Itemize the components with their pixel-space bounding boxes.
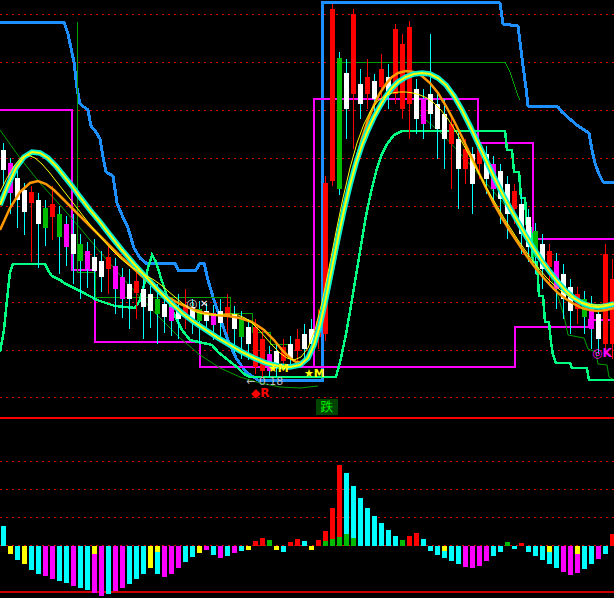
histogram-bar	[463, 546, 468, 567]
candle-body	[127, 284, 132, 299]
histogram-bar-base	[575, 546, 580, 554]
histogram-bar	[379, 523, 384, 546]
histogram-bar	[218, 546, 223, 558]
histogram-bar	[239, 546, 244, 551]
histogram-bar	[225, 546, 230, 556]
candle-body	[36, 200, 41, 224]
histogram-bar-base	[155, 546, 160, 552]
candle-body	[379, 69, 384, 87]
histogram-bar	[22, 546, 27, 564]
histogram-bar	[435, 546, 440, 555]
candle-body	[428, 94, 433, 114]
histogram-bar	[253, 541, 258, 546]
histogram-bar	[589, 546, 594, 564]
histogram-bar	[316, 540, 321, 546]
circle-k-signal: ◎K	[592, 346, 612, 360]
histogram-bar-base	[323, 541, 328, 546]
histogram-bar-base	[547, 546, 552, 552]
candle-body	[78, 244, 83, 261]
histogram-bar	[512, 546, 517, 549]
candle-body	[113, 266, 118, 289]
candle-body	[260, 339, 265, 371]
diamond-r-signal: ◆R	[251, 386, 269, 400]
histogram-bar	[505, 542, 510, 546]
histogram-bar	[561, 546, 566, 572]
histogram-bar	[309, 546, 314, 550]
histogram-bar	[449, 546, 454, 561]
candle-body	[358, 84, 363, 104]
candle-body	[64, 224, 69, 247]
candle-body	[1, 150, 6, 170]
candle-body	[337, 58, 342, 189]
histogram-bar	[36, 546, 41, 574]
candle-body	[155, 299, 160, 314]
candle-body	[456, 139, 461, 169]
histogram-bar	[491, 546, 496, 556]
histogram-bar	[421, 539, 426, 546]
histogram-bar	[456, 546, 461, 564]
histogram-bar	[211, 546, 216, 555]
histogram-bar	[78, 546, 83, 588]
signal-markers: ◎✕★M★M← 0.18◆R◎K	[186, 296, 612, 400]
histogram-bar	[29, 546, 34, 570]
histogram-bar	[197, 546, 202, 553]
histogram-bar	[470, 546, 475, 568]
candle-body	[295, 339, 300, 351]
histogram-bar	[260, 538, 265, 546]
candle-body	[141, 289, 146, 307]
candle-body	[596, 314, 601, 339]
histogram-bar	[8, 546, 13, 554]
histogram-bar	[372, 516, 377, 546]
histogram-bar	[428, 546, 433, 551]
candle-body	[421, 99, 426, 124]
histogram-bar	[43, 546, 48, 576]
histogram-bar	[162, 546, 167, 577]
x-signal-icon: ✕	[200, 298, 208, 309]
histogram-bar	[540, 546, 545, 560]
histogram-bar	[414, 533, 419, 546]
candle-body	[330, 9, 335, 181]
circle-signal-icon: ◎	[186, 296, 197, 311]
histogram-bar	[85, 546, 90, 590]
histogram-bar	[393, 536, 398, 546]
candle-body	[43, 208, 48, 228]
histogram-bar	[533, 546, 538, 556]
candle-body	[239, 319, 244, 337]
histogram-bar	[64, 546, 69, 583]
histogram-bar	[526, 546, 531, 552]
candle-body	[71, 234, 76, 254]
star-m-signal: ★M	[304, 367, 325, 380]
candle-body	[603, 254, 608, 344]
histogram-bar	[176, 546, 181, 568]
histogram-bar	[358, 498, 363, 546]
histogram-bar	[498, 546, 503, 552]
histogram-bar	[302, 541, 307, 546]
candle-body	[106, 257, 111, 269]
histogram-bar	[50, 546, 55, 579]
histogram-bar	[603, 546, 608, 554]
candle-body	[610, 279, 614, 344]
stock-chart-window[interactable]: ◎✕★M★M← 0.18◆R◎K 跌	[0, 0, 614, 598]
histogram-bar-base	[351, 538, 356, 546]
candle-body	[512, 191, 517, 209]
histogram-bar-base	[442, 546, 447, 551]
histogram-bar	[15, 546, 20, 560]
histogram-bar	[337, 465, 342, 546]
histogram-bar	[190, 546, 195, 557]
histogram-bar	[568, 546, 573, 575]
candle-body	[148, 294, 153, 311]
candle-body	[442, 114, 447, 139]
histogram-bar	[351, 486, 356, 546]
candle-body	[85, 251, 90, 269]
histogram-bar	[365, 508, 370, 546]
histogram-bar-base	[92, 546, 97, 554]
histogram-bar	[596, 546, 601, 559]
candle-body	[372, 81, 377, 99]
histogram-bar	[1, 526, 6, 546]
histogram-bar	[288, 542, 293, 546]
indicator-histogram	[1, 465, 614, 596]
candle-body	[99, 261, 104, 277]
histogram-bar	[134, 546, 139, 579]
line-dark-green-diagonal-left	[0, 130, 318, 388]
line-dark-green-diagonal-right	[420, 115, 614, 380]
